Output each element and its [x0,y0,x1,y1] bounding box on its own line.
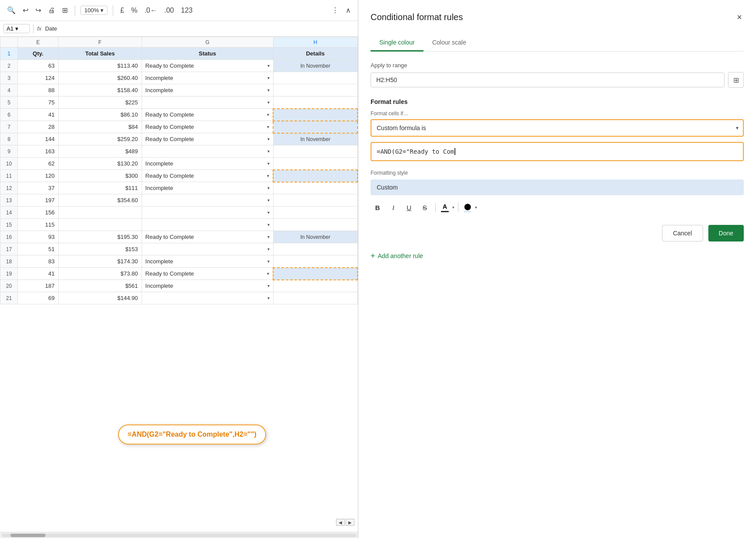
status-dropdown[interactable]: Incomplete▾ [146,160,270,167]
status-cell[interactable]: Incomplete▾ [142,280,273,292]
row-number-7[interactable]: 7 [0,121,18,133]
horizontal-scrollbar[interactable] [0,532,358,538]
sales-cell[interactable]: $195.30 [59,231,142,243]
cancel-button[interactable]: Cancel [662,225,703,241]
status-cell[interactable]: ▾ [142,97,273,109]
more-options-icon[interactable]: ⋮ [330,4,340,16]
sales-cell[interactable]: $561 [59,280,142,292]
details-cell[interactable]: In November [273,133,357,145]
status-cell[interactable]: Ready to Complete▾ [142,268,273,280]
status-cell[interactable]: Incomplete▾ [142,158,273,170]
header-cell-status[interactable]: Status [142,48,273,60]
details-cell[interactable] [273,255,357,268]
status-dropdown[interactable]: Ready to Complete▾ [146,124,270,130]
col-header-H[interactable]: H [273,37,357,48]
strikethrough-button[interactable]: S [418,200,432,214]
status-dropdown[interactable]: Ready to Complete▾ [146,62,270,69]
qty-cell[interactable]: 62 [18,158,59,170]
qty-cell[interactable]: 51 [18,243,59,255]
status-cell[interactable]: Ready to Complete▾ [142,60,273,72]
details-cell[interactable] [273,194,357,207]
status-dropdown[interactable]: Incomplete▾ [146,185,270,191]
sales-cell[interactable]: $300 [59,170,142,182]
qty-cell[interactable]: 41 [18,268,59,280]
details-cell[interactable]: In November [273,231,357,243]
qty-cell[interactable]: 83 [18,255,59,268]
condition-select[interactable]: Custom formula is Text contains Text is … [371,119,744,137]
status-dropdown-empty[interactable]: ▾ [146,149,270,154]
qty-cell[interactable]: 63 [18,60,59,72]
header-cell-details[interactable]: Details [273,48,357,60]
details-cell[interactable] [273,219,357,231]
row-number-5[interactable]: 5 [0,97,18,109]
status-dropdown-empty[interactable]: ▾ [146,198,270,203]
row-number-11[interactable]: 11 [0,170,18,182]
status-dropdown-empty[interactable]: ▾ [146,100,270,105]
status-dropdown-empty[interactable]: ▾ [146,247,270,252]
status-cell[interactable]: ▾ [142,243,273,255]
row-number-14[interactable]: 14 [0,207,18,219]
status-cell[interactable]: Incomplete▾ [142,72,273,84]
details-cell[interactable] [273,97,357,109]
details-cell[interactable] [273,243,357,255]
print-icon[interactable]: 🖨 [46,5,57,16]
qty-cell[interactable]: 69 [18,292,59,304]
sales-cell[interactable]: $73.80 [59,268,142,280]
qty-cell[interactable]: 120 [18,170,59,182]
bold-button[interactable]: B [371,200,385,214]
col-header-E[interactable]: E [18,37,59,48]
row-number-9[interactable]: 9 [0,145,18,158]
row-number-10[interactable]: 10 [0,158,18,170]
decimal-more-icon[interactable]: .00 [163,5,176,16]
sales-cell[interactable]: $158.40 [59,84,142,97]
row-number-15[interactable]: 15 [0,219,18,231]
search-icon[interactable]: 🔍 [5,4,17,16]
details-cell[interactable] [273,292,357,304]
status-cell[interactable]: Ready to Complete▾ [142,133,273,145]
col-header-F[interactable]: F [59,37,142,48]
sales-cell[interactable]: $174.30 [59,255,142,268]
sales-cell[interactable]: $259.20 [59,133,142,145]
decimal-less-icon[interactable]: .0← [142,5,159,16]
row-number-13[interactable]: 13 [0,194,18,207]
qty-cell[interactable]: 88 [18,84,59,97]
status-cell[interactable]: Ready to Complete▾ [142,170,273,182]
formula-input-box[interactable]: =AND(G2="Ready to Com [371,142,744,161]
fill-color-button[interactable]: ⬤ [462,202,473,213]
status-cell[interactable]: Incomplete▾ [142,84,273,97]
sales-cell[interactable]: $225 [59,97,142,109]
qty-cell[interactable]: 144 [18,133,59,145]
fill-color-arrow[interactable]: ▾ [475,205,477,210]
qty-cell[interactable]: 28 [18,121,59,133]
status-dropdown[interactable]: Ready to Complete▾ [146,111,270,118]
sales-cell[interactable]: $86.10 [59,109,142,121]
qty-cell[interactable]: 187 [18,280,59,292]
header-cell-qty[interactable]: Qty. [18,48,59,60]
status-cell[interactable]: ▾ [142,194,273,207]
status-cell[interactable]: Ready to Complete▾ [142,121,273,133]
currency-icon[interactable]: £ [118,5,126,16]
sales-cell[interactable]: $260.40 [59,72,142,84]
sales-cell[interactable]: $153 [59,243,142,255]
status-cell[interactable]: Ready to Complete▾ [142,109,273,121]
underline-button[interactable]: U [402,200,416,214]
status-dropdown[interactable]: Incomplete▾ [146,283,270,289]
sales-cell[interactable]: $354.60 [59,194,142,207]
details-cell[interactable] [273,268,357,280]
row-number-1[interactable]: 1 [0,48,18,60]
col-header-G[interactable]: G [142,37,273,48]
details-cell[interactable] [273,182,357,194]
details-cell[interactable] [273,109,357,121]
status-dropdown[interactable]: Incomplete▾ [146,87,270,93]
sales-cell[interactable]: $111 [59,182,142,194]
qty-cell[interactable]: 93 [18,231,59,243]
sales-cell[interactable]: $130.20 [59,158,142,170]
status-dropdown[interactable]: Incomplete▾ [146,258,270,265]
sales-cell[interactable]: $489 [59,145,142,158]
status-dropdown-empty[interactable]: ▾ [146,296,270,300]
status-cell[interactable]: Ready to Complete▾ [142,231,273,243]
qty-cell[interactable]: 37 [18,182,59,194]
details-cell[interactable] [273,207,357,219]
range-grid-icon[interactable]: ⊞ [728,72,744,88]
header-cell-sales[interactable]: Total Sales [59,48,142,60]
